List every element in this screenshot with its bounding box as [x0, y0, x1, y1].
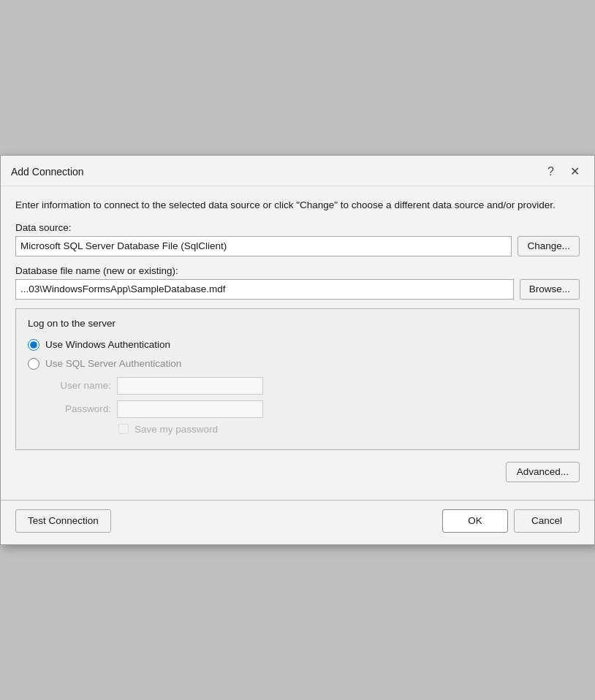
logon-group: Log on to the server Use Windows Authent… [15, 308, 580, 450]
user-name-row: User name: [45, 377, 567, 395]
browse-button[interactable]: Browse... [520, 279, 580, 300]
sql-auth-row[interactable]: Use SQL Server Authentication [28, 358, 567, 370]
password-input[interactable] [117, 400, 263, 418]
save-password-row: Save my password [118, 424, 567, 435]
footer-divider [1, 500, 594, 501]
data-source-row: Change... [15, 236, 580, 256]
save-password-label: Save my password [134, 424, 218, 435]
add-connection-dialog: Add Connection ? ✕ Enter information to … [0, 155, 595, 544]
footer-right-buttons: OK Cancel [442, 509, 580, 533]
dialog-body: Enter information to connect to the sele… [1, 186, 594, 496]
password-row: Password: [45, 400, 567, 418]
data-source-label: Data source: [15, 222, 580, 233]
data-source-section: Data source: Change... [15, 222, 580, 256]
title-bar: Add Connection ? ✕ [1, 156, 594, 186]
db-file-label: Database file name (new or existing): [15, 265, 580, 276]
db-file-section: Database file name (new or existing): Br… [15, 265, 580, 300]
windows-auth-radio[interactable] [28, 339, 39, 351]
footer-buttons: Test Connection OK Cancel [1, 503, 594, 544]
save-password-checkbox[interactable] [118, 424, 129, 434]
advanced-button[interactable]: Advanced... [506, 462, 580, 482]
title-bar-left: Add Connection [11, 166, 84, 178]
advanced-row: Advanced... [15, 459, 580, 485]
windows-auth-label: Use Windows Authentication [45, 339, 170, 350]
change-button[interactable]: Change... [518, 236, 580, 256]
password-label: Password: [45, 403, 111, 414]
test-connection-button[interactable]: Test Connection [15, 509, 111, 533]
help-button[interactable]: ? [543, 164, 558, 180]
sql-auth-label: Use SQL Server Authentication [45, 358, 181, 369]
cancel-button[interactable]: Cancel [514, 509, 580, 533]
sql-auth-fields: User name: Password: Save my password [45, 377, 567, 435]
user-name-input[interactable] [117, 377, 263, 395]
description-text: Enter information to connect to the sele… [15, 198, 580, 213]
data-source-input[interactable] [15, 236, 512, 256]
logon-group-title: Log on to the server [28, 318, 567, 329]
windows-auth-row[interactable]: Use Windows Authentication [28, 339, 567, 351]
db-file-row: Browse... [15, 279, 580, 300]
close-button[interactable]: ✕ [566, 163, 584, 180]
user-name-label: User name: [45, 380, 111, 391]
sql-auth-radio[interactable] [28, 358, 39, 370]
title-bar-controls: ? ✕ [543, 163, 584, 180]
dialog-title: Add Connection [11, 166, 84, 178]
db-file-input[interactable] [15, 279, 514, 300]
ok-button[interactable]: OK [442, 509, 508, 533]
